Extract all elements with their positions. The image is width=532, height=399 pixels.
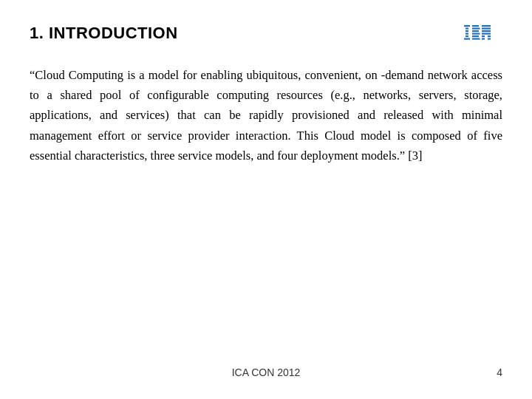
svg-rect-11	[472, 38, 480, 40]
svg-rect-18	[482, 38, 485, 40]
ibm-logo	[464, 24, 502, 44]
slide-title: 1. INTRODUCTION	[30, 24, 178, 43]
svg-rect-15	[482, 33, 491, 35]
svg-rect-10	[472, 35, 479, 37]
svg-rect-9	[472, 33, 480, 35]
slide: 1. INTRODUCTION	[0, 0, 532, 399]
svg-rect-12	[482, 25, 491, 27]
content-body: “Cloud Computing is a model for enabling…	[30, 65, 502, 166]
svg-rect-19	[488, 38, 491, 40]
ibm-logo-icon	[464, 24, 502, 44]
svg-rect-13	[482, 28, 491, 30]
svg-rect-1	[466, 28, 468, 30]
slide-footer: ICA CON 2012 4	[0, 366, 532, 378]
svg-rect-3	[466, 33, 468, 35]
svg-rect-4	[466, 35, 468, 37]
svg-rect-17	[488, 35, 491, 37]
conference-label: ICA CON 2012	[0, 366, 532, 378]
page-number: 4	[497, 366, 502, 378]
svg-rect-7	[472, 28, 480, 30]
quote-paragraph: “Cloud Computing is a model for enabling…	[30, 65, 502, 166]
svg-rect-5	[464, 38, 470, 40]
svg-rect-14	[482, 30, 491, 32]
svg-rect-0	[464, 25, 470, 27]
slide-header: 1. INTRODUCTION	[30, 24, 502, 44]
svg-rect-8	[472, 30, 479, 32]
svg-rect-2	[466, 30, 468, 32]
svg-rect-6	[472, 25, 479, 27]
svg-rect-16	[482, 35, 485, 37]
